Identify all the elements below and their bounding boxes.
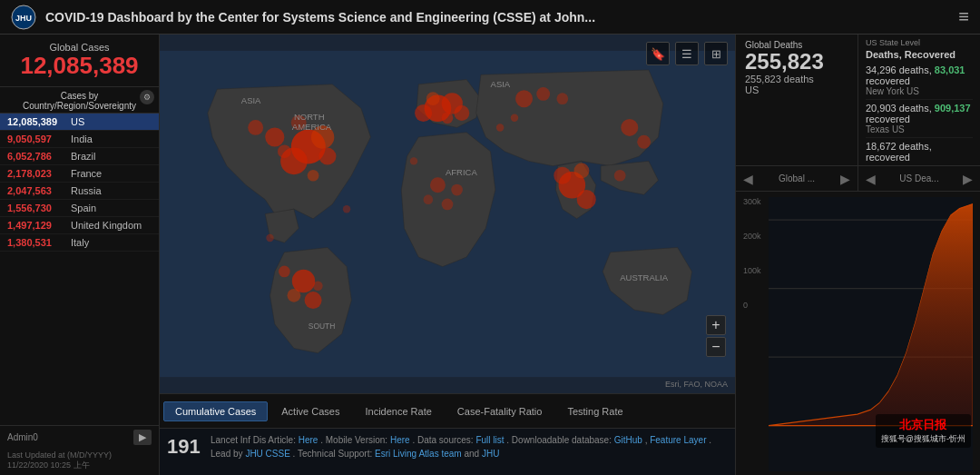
state-entry: 34,296 deaths, 83,031 recoveredNew York … <box>866 62 973 100</box>
svg-point-27 <box>451 184 463 196</box>
svg-point-22 <box>426 92 440 105</box>
lead-text: Lead by <box>211 449 245 459</box>
svg-point-7 <box>265 127 284 146</box>
lancet-link[interactable]: Here <box>299 435 318 445</box>
full-list-link[interactable]: Full list <box>475 435 504 445</box>
state-deaths: 20,903 deaths, 909,137 recovered <box>866 103 973 124</box>
jhu-csse-link[interactable]: JHU CSSE <box>245 449 289 459</box>
cases-by-label: Cases by Country/Region/Sovereignty ⚙ <box>0 87 159 114</box>
svg-text:AFRICA: AFRICA <box>446 167 478 177</box>
bottom-citation: Lancet Inf Dis Article: Here . Mobile Ve… <box>211 433 711 460</box>
country-list[interactable]: 12,085,389US9,050,597India6,052,786Brazi… <box>0 114 159 425</box>
country-list-item[interactable]: 2,047,563Russia <box>0 183 159 200</box>
country-cases: 9,050,597 <box>7 134 66 144</box>
zoom-in-button[interactable]: + <box>706 315 726 335</box>
country-list-item[interactable]: 12,085,389US <box>0 114 159 131</box>
global-deaths-box: Global Deaths 255,823 255,823 deaths US <box>736 35 858 165</box>
global-forward-button[interactable]: ▶ <box>838 172 852 186</box>
svg-point-25 <box>442 199 454 211</box>
gear-icon[interactable]: ⚙ <box>140 90 154 104</box>
tab-active-cases[interactable]: Active Cases <box>270 401 351 421</box>
jhu-link[interactable]: JHU <box>482 449 499 459</box>
svg-point-29 <box>577 190 596 209</box>
country-cases: 6,052,786 <box>7 151 66 162</box>
country-cases: 2,178,023 <box>7 168 66 179</box>
state-recovered: 909,137 <box>935 103 971 114</box>
and-text: and <box>464 449 481 459</box>
svg-point-20 <box>415 104 432 122</box>
cases-by-text: Cases by Country/Region/Sovereignty <box>23 91 136 111</box>
jhu-logo: JHU <box>11 5 36 30</box>
tab-incidence-rate[interactable]: Incidence Rate <box>353 401 443 421</box>
svg-point-42 <box>266 234 273 242</box>
main-container: Global Cases 12,085,389 Cases by Country… <box>0 35 980 475</box>
country-list-item[interactable]: 2,178,023France <box>0 165 159 183</box>
country-name: Russia <box>71 185 102 196</box>
svg-point-15 <box>288 289 301 302</box>
state-name: New York US <box>866 86 973 96</box>
mobile-text: . Mobile Version: <box>320 435 390 445</box>
svg-text:AUSTRALIA: AUSTRALIA <box>620 272 668 282</box>
country-list-item[interactable]: 1,380,531Italy <box>0 234 159 252</box>
svg-point-14 <box>305 292 322 309</box>
country-list-item[interactable]: 9,050,597India <box>0 131 159 148</box>
tab-cumulative-cases[interactable]: Cumulative Cases <box>163 401 268 421</box>
chart-300k-label: 300k <box>743 197 761 206</box>
country-cases: 1,497,129 <box>7 220 66 231</box>
svg-text:AMERICA: AMERICA <box>292 122 332 132</box>
svg-point-40 <box>410 157 417 164</box>
grid-icon[interactable]: ⊞ <box>704 42 728 65</box>
country-count: 191 <box>167 435 203 459</box>
zoom-out-button[interactable]: − <box>706 337 726 357</box>
svg-point-9 <box>318 148 336 165</box>
feature-layer-link[interactable]: Feature Layer <box>650 435 706 445</box>
svg-point-23 <box>442 112 454 124</box>
us-state-panel: US State Level Deaths, Recovered 34,296 … <box>858 35 980 165</box>
global-deaths-number: 255,823 <box>745 50 848 74</box>
svg-point-21 <box>454 105 469 121</box>
us-back-button[interactable]: ◀ <box>864 172 877 186</box>
chart-200k-label: 200k <box>743 232 761 241</box>
svg-point-37 <box>614 170 626 182</box>
bottom-info: 191 Lancet Inf Dis Article: Here . Mobil… <box>160 428 735 475</box>
github-link[interactable]: GitHub <box>614 435 642 445</box>
country-cases: 1,556,730 <box>7 203 66 213</box>
svg-point-10 <box>278 144 291 158</box>
svg-point-26 <box>424 194 434 204</box>
nav-row: ◀ Global ... ▶ ◀ US Dea... ▶ <box>736 166 980 192</box>
country-list-item[interactable]: 1,497,129United Kingdom <box>0 217 159 234</box>
tab-case-fatality-ratio[interactable]: Case-Fatality Ratio <box>446 401 554 421</box>
svg-text:SOUTH: SOUTH <box>309 322 336 331</box>
watermark-line2: 搜狐号@搜狐城市-忻州 <box>881 433 965 445</box>
svg-text:JHU: JHU <box>15 14 32 23</box>
state-recovered: 83,031 <box>935 64 965 75</box>
global-back-button[interactable]: ◀ <box>741 172 755 186</box>
svg-text:NORTH: NORTH <box>294 112 325 122</box>
chart-y-labels: 300k 200k 100k 0 <box>743 197 761 310</box>
us-nav-label: US Dea... <box>881 173 957 183</box>
country-list-item[interactable]: 1,556,730Spain <box>0 200 159 217</box>
sidebar: Global Cases 12,085,389 Cases by Country… <box>0 35 160 475</box>
chart-0-label: 0 <box>743 301 761 310</box>
svg-point-24 <box>430 177 446 193</box>
world-map: ASIA NORTH AMERICA AFRICA AUSTRALIA SOUT… <box>160 35 735 393</box>
svg-point-38 <box>496 124 504 131</box>
mobile-link[interactable]: Here <box>390 435 410 445</box>
map-area[interactable]: ASIA NORTH AMERICA AFRICA AUSTRALIA SOUT… <box>160 35 735 393</box>
tab-testing-rate[interactable]: Testing Rate <box>555 401 634 421</box>
svg-point-33 <box>536 87 550 101</box>
bookmark-icon[interactable]: 🔖 <box>646 42 670 65</box>
svg-point-30 <box>554 167 571 184</box>
global-nav-section: ◀ Global ... ▶ <box>736 166 858 191</box>
country-name: Italy <box>71 237 89 248</box>
esri-link[interactable]: Esri Living Atlas team <box>375 449 462 459</box>
country-list-item[interactable]: 6,052,786Brazil <box>0 148 159 165</box>
us-forward-button[interactable]: ▶ <box>961 172 975 186</box>
deaths-region: US <box>745 84 759 95</box>
menu-icon[interactable]: ≡ <box>958 6 969 27</box>
list-icon[interactable]: ☰ <box>675 42 699 65</box>
map-zoom-controls: + − <box>706 315 726 357</box>
sidebar-forward-button[interactable]: ▶ <box>133 430 152 445</box>
last-updated-value: 11/22/2020 10:25 上午 <box>7 460 152 471</box>
right-panel: Global Deaths 255,823 255,823 deaths US … <box>735 35 980 475</box>
